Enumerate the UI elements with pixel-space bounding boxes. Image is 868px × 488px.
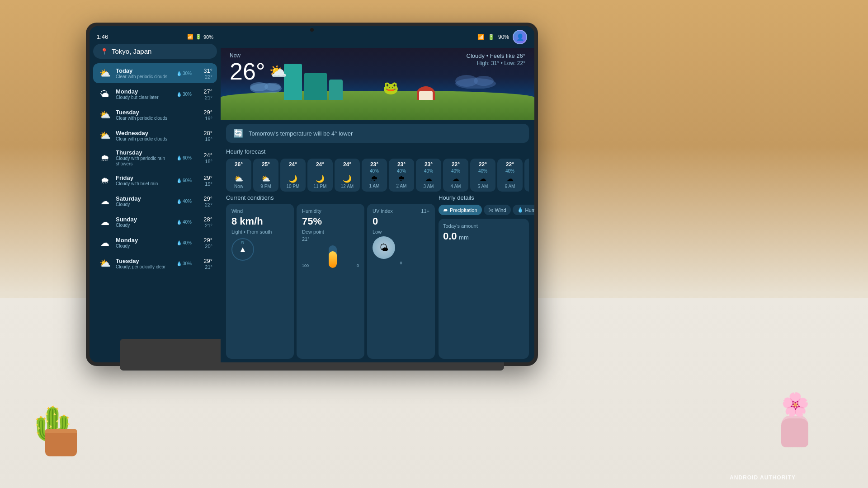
day-weather-icon: ⛅ — [98, 66, 112, 80]
hourly-scroll[interactable]: 26° ⛅ Now 25° ⛅ 9 PM 24° 🌙 10 PM 24° 🌙 1… — [226, 159, 529, 192]
tab-label: Humidity — [525, 207, 534, 213]
hour-temp: 24° — [289, 161, 297, 168]
precip-value: 💧60% — [176, 178, 192, 183]
humidity-label: Humidity — [302, 208, 359, 214]
current-right: Cloudy • Feels like 26° High: 31° • Low:… — [467, 52, 525, 66]
temp-low: 21° — [198, 223, 212, 228]
day-precip: 💧30% — [176, 71, 192, 76]
hour-item[interactable]: 22° 40% ☁ 5 AM — [470, 159, 495, 192]
day-item[interactable]: ☁ Sunday Cloudy 💧40% 28° 21° — [93, 212, 217, 232]
avatar[interactable]: 👤 — [513, 30, 527, 44]
day-item[interactable]: ⛅ Tuesday Cloudy, periodically clear 💧30… — [93, 253, 217, 273]
day-desc: Cloudy with periodic rain showers — [116, 156, 173, 167]
day-item[interactable]: ☁ Monday Cloudy 💧40% 29° 20° — [93, 233, 217, 253]
current-left: Now 26° ⛅ — [230, 52, 287, 83]
condition-cards: Wind 8 km/h Light • From south N ▲ H — [226, 204, 435, 359]
clock: 1:46 — [97, 33, 108, 40]
temp-low: 19° — [198, 136, 212, 142]
hour-item[interactable]: 22° 40% ☁ 6 AM — [497, 159, 523, 192]
detail-tab-humidity[interactable]: 💧Humidity — [513, 205, 534, 215]
day-weather-icon: ⛅ — [98, 256, 112, 271]
hour-item[interactable]: 24° 🌙 12 AM — [335, 159, 360, 192]
day-desc: Cloudy — [116, 223, 173, 228]
day-info: Wednesday Clear with periodic clouds — [116, 130, 194, 142]
day-item[interactable]: ⛅ Wednesday Clear with periodic clouds 2… — [93, 126, 217, 145]
day-info: Monday Cloudy — [116, 237, 173, 249]
uv-card: UV index 11+ 0 Low 🌤 0 — [367, 204, 435, 359]
hour-temp: 26° — [235, 161, 243, 168]
hour-item[interactable]: 23° 40% ☁ 7 AM — [524, 159, 529, 192]
hourly-title: Hourly forecast — [226, 148, 529, 155]
day-item[interactable]: 🌧 Friday Cloudy with brief rain 💧60% 29°… — [93, 170, 217, 190]
day-desc: Cloudy but clear later — [116, 95, 173, 100]
day-name: Wednesday — [116, 130, 194, 136]
device-screen: 1:46 📶 🔋 90% 📍 Tokyo, Japan ⛅ Today Clea… — [90, 26, 534, 362]
humidity-max: 100 — [302, 263, 309, 268]
precip-value: 💧30% — [176, 92, 192, 97]
bottom-panels: Current conditions Wind 8 km/h Light • F… — [221, 194, 534, 362]
precip-value: 💧40% — [176, 220, 192, 225]
hour-precip: 40% — [397, 169, 406, 174]
hour-item[interactable]: 24° 🌙 11 PM — [307, 159, 333, 192]
humidity-value: 75% — [302, 216, 359, 227]
day-item[interactable]: 🌥 Monday Cloudy but clear later 💧30% 27°… — [93, 84, 217, 104]
compass-north: N — [241, 240, 245, 244]
hour-item[interactable]: 23° 40% 🌧 2 AM — [389, 159, 414, 192]
day-temps: 31° 22° — [198, 67, 212, 80]
day-temps: 27° 21° — [198, 88, 212, 100]
location-icon: 📍 — [100, 48, 108, 55]
day-desc: Clear with periodic clouds — [116, 136, 194, 142]
dew-point-value: 21° — [302, 236, 359, 242]
hour-item[interactable]: 23° 40% ☁ 3 AM — [416, 159, 441, 192]
hour-item[interactable]: 26° ⛅ Now — [226, 159, 251, 192]
wifi-icon: 📶 — [477, 34, 484, 40]
hour-precip: 40% — [424, 169, 433, 174]
precip-value: 💧30% — [176, 261, 192, 266]
day-desc: Clear with periodic clouds — [116, 74, 173, 80]
hour-item[interactable]: 23° 40% 🌧 1 AM — [362, 159, 387, 192]
day-item[interactable]: 🌧 Thursday Cloudy with periodic rain sho… — [93, 146, 217, 169]
day-item[interactable]: ☁ Saturday Cloudy 💧40% 29° 22° — [93, 191, 217, 211]
day-item[interactable]: ⛅ Today Clear with periodic clouds 💧30% … — [93, 63, 217, 83]
temp-high: 31° — [198, 67, 212, 74]
day-precip: 💧30% — [176, 92, 192, 97]
day-weather-icon: 🌧 — [98, 151, 112, 165]
hour-item[interactable]: 22° 40% ☁ 4 AM — [443, 159, 468, 192]
day-info: Friday Cloudy with brief rain — [116, 174, 173, 187]
plant-pot-left — [45, 429, 77, 456]
humidity-visual: 100 0 — [302, 245, 359, 268]
feels-like-text: Cloudy • Feels like 26° — [467, 52, 525, 59]
hour-temp: 24° — [316, 161, 324, 168]
day-temps: 28° 21° — [198, 216, 212, 228]
day-info: Sunday Cloudy — [116, 216, 173, 228]
wind-speed: 8 km/h — [231, 216, 288, 227]
device-frame: 1:46 📶 🔋 90% 📍 Tokyo, Japan ⛅ Today Clea… — [86, 23, 538, 366]
precipitation-value: 0.0 — [443, 230, 457, 242]
temp-high: 29° — [198, 174, 212, 181]
day-precip: 💧40% — [176, 240, 192, 245]
uv-label: UV index — [373, 208, 393, 214]
day-weather-icon: ☁ — [98, 194, 112, 208]
hour-time: 3 AM — [424, 184, 434, 189]
location-bar[interactable]: 📍 Tokyo, Japan — [93, 44, 217, 59]
day-weather-icon: 🌧 — [98, 173, 112, 188]
temp-high: 28° — [198, 216, 212, 223]
detail-tab-wind[interactable]: 🌬Wind — [484, 205, 511, 215]
hour-precip-empty — [292, 169, 294, 174]
hour-item[interactable]: 25° ⛅ 9 PM — [253, 159, 278, 192]
banner-icon: 🔄 — [233, 128, 243, 138]
hour-icon: 🌧 — [371, 174, 378, 183]
hour-precip: 40% — [505, 169, 514, 174]
day-desc: Cloudy — [116, 202, 173, 207]
day-name: Monday — [116, 88, 173, 95]
temp-low: 22° — [198, 74, 212, 80]
detail-tab-precipitation[interactable]: 🌧Precipitation — [439, 205, 482, 215]
current-temperature: 26° — [230, 60, 265, 83]
hour-item[interactable]: 24° 🌙 10 PM — [280, 159, 306, 192]
top-bar: 📶 🔋 90% 👤 — [221, 26, 534, 48]
hour-time: 6 AM — [505, 184, 515, 189]
day-desc: Cloudy — [116, 244, 173, 249]
day-item[interactable]: ⛅ Tuesday Clear with periodic clouds 29°… — [93, 105, 217, 125]
tab-icon: 🌧 — [443, 207, 448, 213]
hour-temp: 23° — [425, 161, 433, 168]
